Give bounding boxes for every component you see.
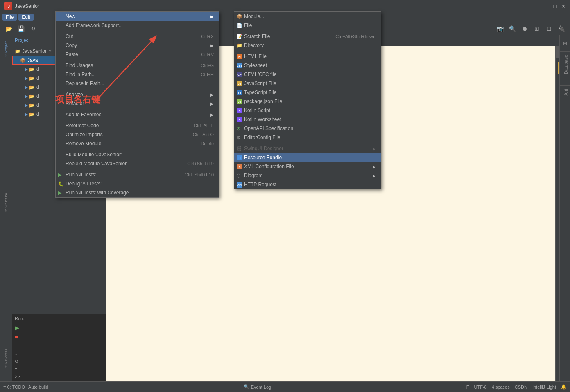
submenu-ts-label: TypeScript File (244, 90, 276, 95)
divider-7 (56, 169, 219, 169)
submenu-cfml[interactable]: CF CFML/CFC file (234, 70, 381, 79)
submenu-js[interactable]: JS JavaScript File (234, 79, 381, 88)
api-badge: API (237, 182, 242, 188)
submenu-resource-bundle[interactable]: R Resource Bundle (234, 153, 381, 162)
ant-panel-toggle[interactable]: Ant (560, 86, 570, 99)
submenu-file[interactable]: 📄 File (234, 21, 381, 30)
menu-file[interactable]: File (2, 14, 17, 21)
ctx-run-tests-shortcut: Ctrl+Shift+F10 (185, 172, 214, 177)
menu-edit[interactable]: Edit (18, 14, 34, 21)
close-button[interactable]: ✕ (561, 3, 566, 9)
table-button[interactable]: ⊟ (544, 23, 554, 34)
ctx-find-in-path[interactable]: Find in Path... Ctrl+H (56, 70, 219, 79)
submenu-stylesheet[interactable]: CSS Stylesheet (234, 61, 381, 70)
refresh-button[interactable]: ↻ (28, 23, 38, 34)
submenu-xml-label: XML Configuration File (244, 164, 294, 169)
kotlin-script-icon: K (237, 108, 242, 114)
ctx-paste[interactable]: Paste Ctrl+V (56, 50, 219, 59)
run-down-button[interactable]: ↓ (14, 350, 21, 357)
status-theme[interactable]: IntelliJ Light (532, 385, 556, 390)
status-format[interactable]: F (466, 385, 469, 390)
auto-build-toggle[interactable]: Auto build (28, 385, 48, 390)
ctx-reformat[interactable]: Reformat Code Ctrl+Alt+L (56, 121, 219, 130)
ctx-reformat-shortcut: Ctrl+Alt+L (194, 123, 214, 128)
run-extra-button[interactable]: >> (14, 373, 21, 380)
favorites-panel-toggle[interactable]: 2: Favorites (1, 344, 11, 372)
ctx-add-to-favorites[interactable]: Add to Favorites ▶ (56, 110, 219, 119)
module-file-icon: 📦 (237, 14, 242, 19)
status-encoding[interactable]: UTF-8 (474, 385, 487, 390)
divider-2 (56, 60, 219, 60)
ctx-add-framework-label: Add Framework Support... (66, 23, 123, 28)
scrollbar-thumb[interactable] (556, 46, 559, 58)
ctx-optimize-imports[interactable]: Optimize Imports Ctrl+Alt+O (56, 130, 219, 139)
ctx-build-module[interactable]: Build Module 'JavaSenior' (56, 150, 219, 159)
run-controls: ▶ ■ ↑ ↓ ↺ ≡ >> (12, 322, 106, 381)
run-play-button[interactable]: ▶ (14, 324, 21, 332)
ctx-run-tests[interactable]: ▶ Run 'All Tests' Ctrl+Shift+F10 (56, 170, 219, 179)
ctx-remove-module[interactable]: Remove Module Delete (56, 139, 219, 148)
ctx-replace-in-path[interactable]: Replace in Path... (56, 79, 219, 88)
submenu-scratch-file[interactable]: 📝 Scratch File Ctrl+Alt+Shift+Insert (234, 32, 381, 41)
run-up-button[interactable]: ↑ (14, 342, 21, 349)
ctx-find-usages[interactable]: Find Usages Ctrl+G (56, 61, 219, 70)
divider-4 (56, 109, 219, 109)
notification-icon[interactable]: 🔔 (561, 384, 567, 390)
close-tab-icon[interactable]: ✕ (48, 49, 52, 54)
run-scroll-button[interactable]: ≡ (14, 366, 21, 372)
ctx-refactor[interactable]: Refactor ▶ (56, 99, 219, 108)
maximize-button[interactable]: □ (554, 3, 557, 9)
todo-panel-toggle[interactable]: ≡ 6: TODO (3, 385, 25, 390)
directory-icon: 📁 (237, 43, 242, 48)
openapi-icon: ⊙ (237, 126, 240, 131)
open-folder-button[interactable]: 📂 (3, 23, 14, 34)
ctx-run-tests-label: Run 'All Tests' (66, 172, 96, 178)
submenu-js-label: JavaScript File (244, 81, 276, 86)
submenu-directory-label: Directory (244, 43, 264, 48)
submenu-directory[interactable]: 📁 Directory (234, 41, 381, 50)
submenu-http-request[interactable]: API HTTP Request (234, 180, 381, 189)
structure-panel-toggle[interactable]: 2: Structure (1, 188, 11, 217)
submenu-openapi[interactable]: ⊙ OpenAPI Specification (234, 124, 381, 133)
status-csdn: CSDN (515, 385, 527, 390)
run-rerun-button[interactable]: ↺ (14, 358, 21, 365)
search-button[interactable]: 🔍 (507, 23, 518, 34)
ctx-rebuild-module[interactable]: Rebuild Module 'JavaSenior' Ctrl+Shift+F… (56, 159, 219, 168)
ctx-add-framework[interactable]: Add Framework Support... (56, 21, 219, 30)
status-indent[interactable]: 4 spaces (492, 385, 510, 390)
grid-button[interactable]: ⊞ (532, 23, 542, 34)
ctx-debug-tests[interactable]: 🐛 Debug 'All Tests' (56, 179, 219, 188)
record-button[interactable]: ⏺ (519, 23, 530, 34)
ctx-refactor-arrow: ▶ (210, 101, 214, 106)
plugin-button[interactable]: 🔌 (556, 23, 567, 34)
submenu-xml-config[interactable]: X XML Configuration File ▶ (234, 162, 381, 171)
project-icon: 📁 (15, 49, 20, 54)
submenu-ts[interactable]: TS TypeScript File (234, 88, 381, 97)
ctx-new[interactable]: New ▶ (56, 12, 219, 21)
minimize-button[interactable]: — (544, 3, 550, 9)
submenu-module-label: Module... (244, 14, 264, 19)
submenu-packagejson[interactable]: JS package.json File (234, 97, 381, 106)
submenu-kotlin-script[interactable]: K Kotlin Script (234, 106, 381, 115)
run-stop-button[interactable]: ■ (14, 333, 21, 341)
ctx-run-with-coverage[interactable]: ▶ Run 'All Tests' with Coverage (56, 188, 219, 197)
submenu-editorconfig[interactable]: ⚙ EditorConfig File (234, 133, 381, 142)
database-panel-toggle[interactable]: Database (560, 52, 570, 77)
submenu-module[interactable]: 📦 Module... (234, 12, 381, 21)
ctx-analyze[interactable]: Analyze ▶ (56, 90, 219, 99)
search-icon-status: 🔍 (244, 384, 249, 390)
submenu-html[interactable]: H HTML File (234, 52, 381, 61)
submenu-kotlin-worksheet[interactable]: K Kotlin Worksheet (234, 115, 381, 124)
ctx-cut[interactable]: Cut Ctrl+X (56, 32, 219, 41)
event-log-button[interactable]: 🔍 Event Log (244, 384, 271, 390)
camera-button[interactable]: 📷 (495, 23, 505, 34)
scrollbar-track[interactable] (555, 46, 559, 381)
submenu-diagram[interactable]: ⬡ Diagram ▶ (234, 171, 381, 180)
run-coverage-icon: ▶ (58, 190, 61, 196)
xml-badge: X (237, 164, 242, 169)
ctx-analyze-label: Analyze (66, 92, 83, 97)
ctx-paste-label: Paste (66, 52, 78, 57)
save-button[interactable]: 💾 (16, 23, 26, 34)
ctx-copy[interactable]: Copy ▶ (56, 41, 219, 50)
project-panel-toggle[interactable]: 1: Project (1, 37, 11, 61)
